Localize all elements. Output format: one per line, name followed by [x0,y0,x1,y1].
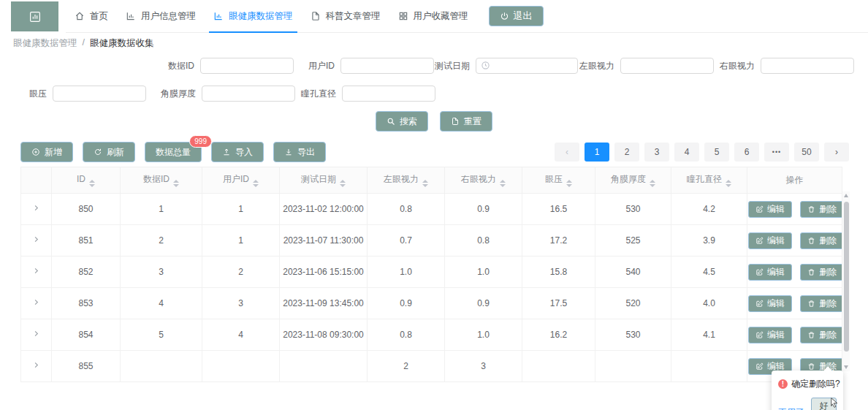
table-scrollbar[interactable] [842,191,850,371]
sort-icon[interactable] [650,180,655,187]
bar-chart-icon [126,11,136,21]
sort-icon[interactable] [500,180,506,187]
data-id-input[interactable] [200,58,294,74]
delete-button[interactable]: 删除 [800,201,842,218]
edit-icon [755,300,764,308]
trash-icon [807,362,815,371]
cell-test-date: 2023-11-09 13:45:00 [280,288,368,319]
cell-pressure [522,351,595,382]
table-row: 852 3 2 2023-11-06 15:15:00 1.0 1.0 15.8… [21,257,842,288]
expand-row-icon[interactable] [32,267,40,275]
sort-icon[interactable] [89,180,95,187]
column-header-cornea[interactable]: 角膜厚度 [595,167,671,194]
next-page-button[interactable]: › [824,143,849,162]
top-nav: 首页 用户信息管理 眼健康数据管理 科普文章管理 用户收藏管理 [66,0,868,33]
cell-pressure: 16.5 [522,194,595,225]
page-button-4[interactable]: 4 [674,143,699,162]
edit-button[interactable]: 编辑 [748,201,792,218]
cell-right-vision: 1.0 [445,319,522,351]
edit-button[interactable]: 编辑 [748,264,792,281]
prev-page-button[interactable]: ‹ [555,143,579,162]
column-header-id[interactable]: ID [52,167,121,194]
breadcrumb-parent[interactable]: 眼健康数据管理 [13,37,77,50]
sort-icon[interactable] [726,180,731,187]
delete-button[interactable]: 删除 [800,232,842,249]
page-button-3[interactable]: 3 [644,143,669,162]
page-button-2[interactable]: 2 [614,143,639,162]
column-header-left-vision[interactable]: 左眼视力 [368,167,445,194]
search-button[interactable]: 搜索 [376,111,428,132]
cell-right-vision: 3 [445,351,522,382]
tab-articles[interactable]: 科普文章管理 [311,0,381,32]
sort-icon[interactable] [422,180,428,187]
page-button-1[interactable]: 1 [585,143,609,162]
tab-home[interactable]: 首页 [75,0,108,32]
refresh-button[interactable]: 刷新 [83,142,135,162]
edit-icon [755,362,764,371]
table-row: 850 1 1 2023-11-02 12:00:00 0.8 0.9 16.5… [21,194,842,225]
delete-button[interactable]: 删除 [800,327,842,343]
cell-data-id [121,351,202,382]
column-header-pupil[interactable]: 瞳孔直径 [671,167,747,194]
page-button-5[interactable]: 5 [704,143,729,162]
column-header-data-id[interactable]: 数据ID [121,167,202,194]
expand-row-icon[interactable] [32,298,40,306]
cornea-thickness-input[interactable] [202,86,295,102]
scroll-up-icon[interactable] [842,191,850,200]
sort-icon[interactable] [340,180,346,187]
more-pages-button[interactable]: ••• [764,143,789,162]
cell-pressure: 17.2 [522,225,595,257]
right-vision-input[interactable] [761,58,854,74]
left-vision-input[interactable] [620,58,714,74]
pupil-diameter-input[interactable] [342,86,435,102]
plus-circle-icon [31,148,40,156]
table-header-row: ID 数据ID 用户ID 测试日期 左眼视力 右眼视力 眼压 角膜厚度 瞳孔直径… [21,167,842,194]
scrollbar-thumb[interactable] [844,202,849,352]
column-header-test-date[interactable]: 测试日期 [280,167,368,194]
field-right-vision: 右眼视力 [720,58,854,74]
power-icon [500,12,509,21]
page-button-6[interactable]: 6 [734,143,759,162]
cell-test-date: 2023-11-02 12:00:00 [280,194,368,225]
cell-pupil: 3.9 [671,225,747,257]
export-button[interactable]: 导出 [273,142,326,162]
sort-icon[interactable] [566,180,572,187]
tab-favorites[interactable]: 用户收藏管理 [398,0,468,32]
edit-button[interactable]: 编辑 [748,327,792,343]
cell-id: 852 [52,257,121,288]
expand-column-header [21,167,52,194]
edit-button[interactable]: 编辑 [748,232,792,249]
cell-user-id [202,351,280,382]
column-header-user-id[interactable]: 用户ID [202,167,280,194]
clock-icon [481,61,490,70]
tab-user-info[interactable]: 用户信息管理 [126,0,196,32]
tab-label: 用户信息管理 [141,10,196,23]
user-id-input[interactable] [340,58,434,74]
test-date-input[interactable] [476,58,578,74]
logout-button[interactable]: 退出 [489,6,544,26]
expand-row-icon[interactable] [32,330,40,338]
reset-button[interactable]: 重置 [440,111,492,132]
column-header-right-vision[interactable]: 右眼视力 [445,167,522,194]
edit-button[interactable]: 编辑 [748,295,792,312]
import-button[interactable]: 导入 [211,142,264,162]
cell-user-id: 1 [202,194,280,225]
expand-row-icon[interactable] [32,204,40,212]
delete-button[interactable]: 删除 [800,264,842,281]
delete-button[interactable]: 删除 [800,295,842,312]
table-row: 855 2 3 编辑 删除 [21,351,842,382]
eye-pressure-input[interactable] [53,86,146,102]
add-button[interactable]: 新增 [20,142,73,162]
cell-pupil: 4.1 [671,319,747,351]
column-header-pressure[interactable]: 眼压 [522,167,595,194]
popconfirm-cancel-button[interactable]: 不用了 [778,406,804,410]
expand-row-icon[interactable] [32,235,40,243]
page-button-50[interactable]: 50 [794,143,819,162]
tab-eye-health-data[interactable]: 眼健康数据管理 [213,0,293,32]
expand-row-icon[interactable] [32,361,40,369]
field-eye-pressure: 眼压 [29,86,146,102]
scroll-down-icon[interactable] [842,363,850,371]
sort-icon[interactable] [173,180,179,187]
breadcrumb-separator: / [83,37,85,50]
sort-icon[interactable] [253,180,259,187]
